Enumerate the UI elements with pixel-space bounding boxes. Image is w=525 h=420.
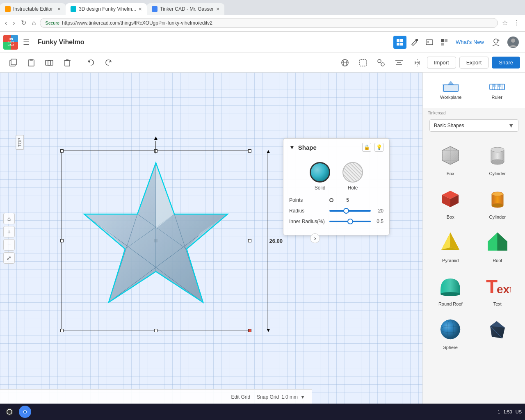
shape-item-round-roof[interactable]: Round Roof [428, 269, 473, 310]
svg-marker-52 [447, 81, 454, 85]
shape-item-roof[interactable]: Roof [475, 225, 520, 267]
hole-button[interactable]: Hole [342, 162, 363, 191]
home-button[interactable]: ⌂ [30, 18, 38, 28]
tab-label-tinkercad: 3D design Funky Vihelm... [79, 6, 136, 12]
home-view-button[interactable]: ⌂ [3, 213, 15, 224]
zoom-in-button[interactable]: + [3, 226, 15, 237]
svg-rect-5 [426, 40, 433, 45]
import-button[interactable]: Import [427, 57, 456, 68]
perspective-button[interactable] [337, 55, 353, 70]
svg-text:+: + [497, 38, 500, 43]
expand-button[interactable]: › [310, 233, 320, 243]
user-avatar[interactable] [504, 34, 522, 51]
panel-header-icons: 🔒 💡 [362, 143, 383, 152]
close-tab-instructable[interactable]: × [57, 6, 61, 12]
add-user-button[interactable]: + [489, 35, 503, 49]
snap-dropdown-arrow[interactable]: ▼ [300, 394, 305, 400]
tab-favicon-gasser [152, 6, 158, 12]
svg-text:ext: ext [497, 283, 511, 296]
svg-point-81 [492, 203, 503, 208]
tab-label-instructable: Instructable Editor [13, 6, 53, 12]
bookmark-button[interactable]: ☆ [500, 17, 509, 28]
shape-panel-body: Solid Hole Points 5 R [283, 156, 389, 235]
address-bar: ‹ › ↻ ⌂ Secure https://www.tinkercad.com… [0, 15, 525, 31]
group-button[interactable] [373, 55, 389, 70]
workplane-button[interactable]: Workplane [429, 78, 472, 103]
learn-button[interactable] [408, 36, 421, 49]
paste-button[interactable] [23, 55, 39, 70]
back-button[interactable]: ‹ [3, 18, 9, 28]
svg-marker-90 [498, 233, 507, 251]
shape-item-box-red[interactable]: Box [428, 182, 473, 224]
whats-new-button[interactable]: What's New [452, 37, 487, 47]
close-tab-gasser[interactable]: × [216, 6, 219, 12]
points-dot[interactable] [329, 198, 333, 202]
tab-instructable[interactable]: Instructable Editor × [0, 3, 66, 15]
shape-item-sphere[interactable]: Sphere [428, 312, 473, 354]
edit-grid-label[interactable]: Edit Grid [231, 394, 250, 400]
mirror-button[interactable] [409, 55, 425, 70]
radius-row: Radius 20 [289, 208, 383, 214]
status-bar: Edit Grid Snap Grid 1.0 mm ▼ [0, 389, 312, 404]
star-shape-container[interactable]: ▲ ▲ ▼ 26.00 [62, 130, 267, 393]
shape-item-diamond[interactable] [475, 312, 520, 354]
object-select-button[interactable] [355, 55, 371, 70]
radius-slider[interactable] [329, 210, 371, 212]
delete-button[interactable] [59, 55, 75, 70]
svg-rect-15 [11, 59, 16, 65]
close-tab-tinkercad[interactable]: × [139, 6, 142, 12]
main-area: TOP ⌂ + − ⤢ ▲ [0, 73, 525, 404]
taskbar-windows-icon[interactable] [3, 406, 16, 418]
shape-item-pyramid[interactable]: Pyramid [428, 225, 473, 267]
points-row: Points 5 [289, 197, 383, 203]
menu-button[interactable]: ⋮ [512, 17, 522, 28]
undo-button[interactable] [82, 55, 99, 70]
view-label-top: TOP [12, 138, 27, 146]
shape-item-box-gray[interactable]: Box [428, 138, 473, 180]
zoom-out-button[interactable]: − [3, 239, 15, 251]
svg-rect-33 [396, 64, 402, 65]
solid-button[interactable]: Solid [310, 162, 330, 191]
shape-panel-header: ▼ Shape 🔒 💡 [283, 139, 389, 156]
svg-rect-8 [445, 39, 447, 42]
tab-tinkercad[interactable]: 3D design Funky Vihelm... × [66, 3, 147, 15]
radius-slider-container: 20 [329, 208, 383, 214]
refresh-button[interactable]: ↻ [19, 17, 28, 28]
copy-icon [9, 58, 18, 67]
ruler-label: Ruler [492, 95, 502, 100]
shapes-dropdown[interactable]: Basic Shapes ▼ [429, 119, 518, 132]
tinkercad-icon-button[interactable] [438, 36, 451, 49]
tab-favicon-tinkercad [71, 6, 76, 12]
shape-item-cylinder-orange[interactable]: Cylinder [475, 182, 520, 224]
svg-rect-17 [30, 59, 33, 61]
fullscreen-button[interactable]: ⤢ [3, 252, 15, 264]
duplicate-button[interactable] [41, 55, 57, 70]
shape-item-text[interactable]: Text Text [475, 269, 520, 310]
svg-point-106 [24, 411, 26, 413]
share-button[interactable]: Share [492, 57, 520, 68]
align-button[interactable] [391, 55, 407, 70]
taskbar-chrome-icon[interactable] [19, 406, 31, 418]
svg-point-29 [378, 59, 381, 63]
right-panel: Workplane Ruler Tinkercad [422, 73, 525, 404]
gallery-button[interactable] [423, 36, 436, 49]
canvas-area[interactable]: TOP ⌂ + − ⤢ ▲ [0, 73, 422, 404]
grid-view-button[interactable] [393, 36, 406, 49]
points-value: 5 [337, 197, 349, 203]
panel-toggle[interactable]: ▼ [289, 144, 295, 151]
menu-hamburger[interactable]: ☰ [21, 36, 31, 48]
hammer-icon [411, 38, 419, 46]
forward-button[interactable]: › [11, 18, 16, 28]
inner-radius-slider[interactable] [329, 221, 371, 222]
export-button[interactable]: Export [459, 57, 489, 68]
bulb-icon[interactable]: 💡 [374, 143, 383, 152]
tab-gasser[interactable]: Tinker CAD - Mr. Gasser × [147, 3, 224, 15]
undo-icon [86, 58, 95, 67]
redo-button[interactable] [100, 55, 117, 70]
ruler-button[interactable]: Ruler [476, 78, 519, 103]
text-label: Text [493, 301, 502, 306]
copy-button[interactable] [5, 55, 21, 70]
url-box[interactable]: Secure https://www.tinkercad.com/things/… [40, 18, 498, 28]
lock-icon[interactable]: 🔒 [362, 143, 371, 152]
shape-item-cylinder-gray[interactable]: Cylinder [475, 138, 520, 180]
